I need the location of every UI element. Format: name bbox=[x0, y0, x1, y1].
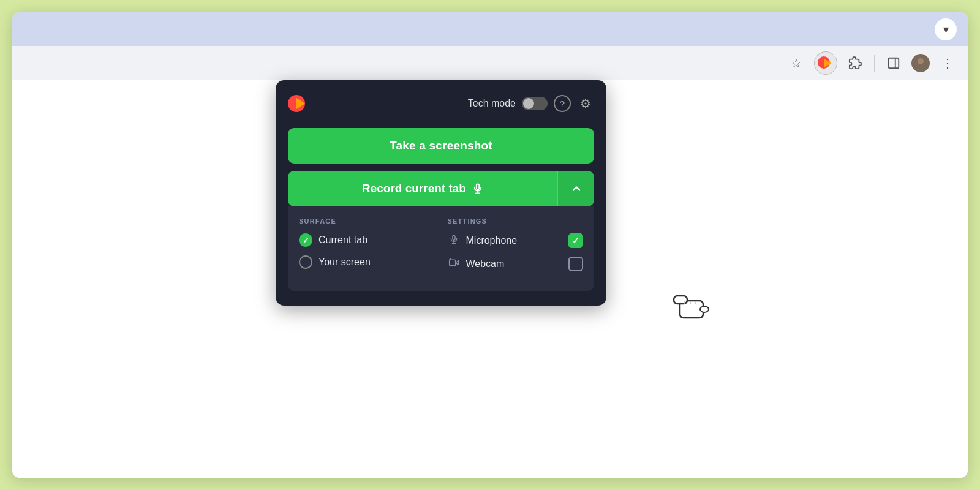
webcam-icon bbox=[448, 258, 460, 270]
svg-point-2 bbox=[918, 58, 924, 64]
microphone-checkbox[interactable] bbox=[568, 233, 583, 248]
more-menu-icon[interactable]: ⋮ bbox=[936, 51, 959, 75]
svg-point-15 bbox=[700, 306, 709, 312]
screenshot-button[interactable]: Take a screenshot bbox=[288, 128, 594, 164]
browser-content: Tech mode ? ⚙ Take a screenshot R bbox=[12, 80, 968, 478]
svg-rect-11 bbox=[449, 260, 455, 265]
current-tab-radio[interactable] bbox=[299, 233, 312, 247]
svg-rect-13 bbox=[680, 301, 703, 318]
sidebar-toggle-icon[interactable] bbox=[882, 51, 905, 75]
microphone-row: Microphone bbox=[448, 233, 584, 248]
extension-popup: Tech mode ? ⚙ Take a screenshot R bbox=[276, 80, 606, 306]
svg-rect-0 bbox=[889, 58, 899, 68]
surface-column: SURFACE Current tab Your screen bbox=[299, 217, 435, 280]
popup-header: Tech mode ? ⚙ bbox=[288, 92, 594, 115]
your-screen-label: Your screen bbox=[318, 257, 371, 268]
toolbar-divider bbox=[874, 55, 875, 72]
tech-mode-label: Tech mode bbox=[468, 98, 516, 109]
browser-window: ▾ ☆ bbox=[12, 12, 968, 478]
record-button-row: Record current tab bbox=[288, 171, 594, 206]
webcam-row: Webcam bbox=[448, 257, 584, 271]
record-mic-icon bbox=[472, 183, 483, 194]
orange-play-icon bbox=[824, 59, 831, 67]
settings-column: SETTINGS Microphone bbox=[435, 217, 584, 280]
chevron-up-icon bbox=[570, 183, 582, 195]
user-avatar[interactable] bbox=[911, 54, 930, 72]
hand-cursor-icon bbox=[671, 285, 968, 330]
bookmark-icon[interactable]: ☆ bbox=[785, 51, 808, 75]
tabs-chevron-down[interactable]: ▾ bbox=[935, 18, 957, 40]
svg-rect-14 bbox=[674, 296, 687, 304]
webcam-checkbox[interactable] bbox=[568, 257, 583, 271]
browser-toolbar: ☆ bbox=[12, 46, 968, 80]
extensions-icon[interactable] bbox=[843, 51, 867, 75]
current-tab-label: Current tab bbox=[318, 235, 368, 246]
help-icon[interactable]: ? bbox=[554, 95, 571, 112]
settings-title: SETTINGS bbox=[448, 217, 584, 225]
puzzle-icon bbox=[848, 56, 862, 70]
extension-record-button[interactable] bbox=[814, 51, 837, 75]
microphone-icon bbox=[448, 234, 460, 247]
settings-gear-icon[interactable]: ⚙ bbox=[577, 95, 594, 112]
your-screen-radio[interactable] bbox=[299, 255, 312, 269]
microphone-label: Microphone bbox=[466, 235, 563, 246]
svg-rect-4 bbox=[477, 184, 480, 190]
toggle-knob bbox=[523, 98, 534, 109]
your-screen-option[interactable]: Your screen bbox=[299, 255, 435, 269]
record-extension-icon bbox=[818, 55, 834, 71]
expanded-options-panel: SURFACE Current tab Your screen SETTINGS bbox=[288, 206, 594, 291]
record-expand-chevron[interactable] bbox=[557, 171, 594, 206]
tech-mode-toggle[interactable] bbox=[522, 97, 548, 110]
tech-mode-group: Tech mode ? ⚙ bbox=[468, 95, 594, 112]
svg-point-3 bbox=[915, 65, 926, 71]
browser-tabs-bar: ▾ bbox=[12, 12, 968, 46]
current-tab-option[interactable]: Current tab bbox=[299, 233, 435, 247]
surface-title: SURFACE bbox=[299, 217, 435, 225]
record-button[interactable]: Record current tab bbox=[288, 171, 557, 206]
sidebar-icon bbox=[887, 56, 900, 70]
avatar-image bbox=[913, 55, 929, 71]
popup-logo bbox=[288, 92, 310, 115]
svg-rect-7 bbox=[453, 235, 455, 240]
logo-orange-play bbox=[296, 98, 305, 109]
webcam-label: Webcam bbox=[466, 258, 563, 270]
